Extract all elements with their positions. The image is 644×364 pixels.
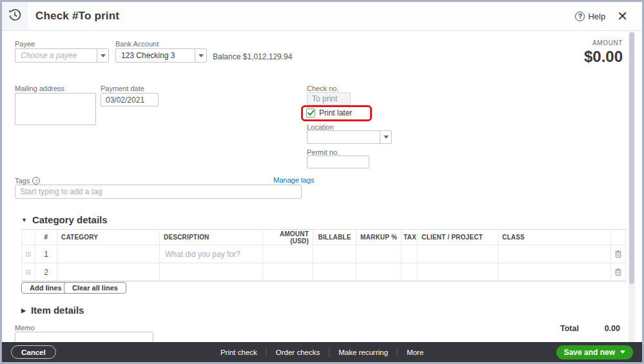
category-details-title: Category details: [32, 214, 108, 225]
description-input[interactable]: [164, 249, 259, 259]
category-details-table: # CATEGORY DESCRIPTION AMOUNT (USD) BILL…: [21, 229, 626, 281]
table-row: 1: [21, 245, 626, 263]
amount-label: AMOUNT: [584, 39, 623, 46]
manage-tags-link[interactable]: Manage tags: [273, 176, 315, 184]
col-tax: TAX: [402, 230, 418, 245]
row-number: 1: [35, 245, 57, 263]
col-billable: BILLABLE: [313, 230, 356, 245]
order-checks-button[interactable]: Order checks: [276, 349, 320, 356]
payee-value[interactable]: Choose a payee: [15, 48, 97, 63]
close-icon[interactable]: ✕: [617, 10, 628, 23]
tax-cell[interactable]: [402, 245, 418, 263]
amount-value: $0.00: [584, 48, 623, 66]
question-circle-icon: ?: [575, 12, 585, 21]
mailing-address-field[interactable]: [15, 93, 96, 125]
help-button[interactable]: ? Help: [575, 12, 605, 21]
chevron-down-icon: [620, 350, 625, 354]
mailing-address-label: Mailing address: [15, 85, 64, 92]
scrollbar[interactable]: [629, 30, 635, 342]
client-project-cell[interactable]: [418, 245, 498, 263]
col-class: CLASS: [498, 230, 611, 245]
page-title: Check #To print: [35, 10, 119, 23]
table-row: 2: [21, 263, 626, 281]
footer-divider: [397, 347, 398, 358]
payee-dropdown-button[interactable]: [97, 48, 109, 63]
drag-handle[interactable]: [21, 245, 35, 263]
location-value[interactable]: [307, 130, 380, 144]
billable-cell[interactable]: [313, 263, 356, 281]
col-amount: AMOUNT (USD): [263, 230, 313, 245]
tags-label: Tags: [15, 177, 30, 185]
location-dropdown-button[interactable]: [380, 130, 392, 144]
make-recurring-button[interactable]: Make recurring: [338, 349, 388, 356]
tags-input[interactable]: [15, 185, 302, 199]
client-project-cell[interactable]: [418, 263, 498, 281]
description-cell[interactable]: [160, 245, 263, 263]
chevron-down-icon: [199, 54, 204, 57]
check-modal: Check #To print ? Help ✕ Payee Choose a …: [0, 0, 644, 364]
recent-transactions-button[interactable]: [2, 2, 28, 30]
footer-divider: [329, 347, 329, 358]
markup-cell[interactable]: [356, 245, 402, 263]
table-header-row: # CATEGORY DESCRIPTION AMOUNT (USD) BILL…: [21, 230, 626, 245]
check-no-label: Check no.: [307, 85, 339, 92]
clear-all-lines-button[interactable]: Clear all lines: [64, 282, 126, 294]
col-number: #: [35, 230, 57, 245]
category-details-toggle[interactable]: ▼ Category details: [21, 214, 108, 225]
class-cell[interactable]: [498, 263, 611, 281]
help-label: Help: [588, 12, 605, 21]
add-lines-button[interactable]: Add lines: [21, 282, 70, 294]
category-cell[interactable]: [57, 263, 160, 281]
print-later-checkbox[interactable]: [306, 108, 315, 117]
billable-cell[interactable]: [313, 245, 356, 263]
check-no-field: [307, 92, 351, 105]
drag-handle-icon: [26, 251, 31, 258]
permit-no-field[interactable]: [307, 156, 369, 168]
chevron-down-icon: [384, 136, 389, 139]
bank-account-value[interactable]: 123 Checking 3: [115, 48, 195, 63]
footer-divider: [266, 347, 267, 358]
tags-label-row: Tags ?: [15, 177, 40, 185]
item-details-toggle[interactable]: ▶ Item details: [21, 305, 84, 316]
delete-row-button[interactable]: [611, 245, 626, 263]
triangle-down-icon: ▼: [21, 217, 27, 223]
save-and-new-button[interactable]: Save and new: [556, 345, 633, 359]
payee-dropdown[interactable]: Choose a payee: [15, 48, 109, 63]
more-button[interactable]: More: [407, 349, 424, 356]
amount-block: AMOUNT $0.00: [584, 39, 623, 66]
print-later-label[interactable]: Print later: [319, 108, 352, 117]
tax-cell[interactable]: [402, 263, 418, 281]
bank-account-label: Bank Account: [115, 40, 159, 48]
category-cell[interactable]: [57, 245, 160, 263]
memo-label: Memo: [15, 324, 35, 332]
col-description: DESCRIPTION: [160, 230, 263, 245]
delete-row-button[interactable]: [611, 263, 626, 281]
save-and-new-label: Save and new: [564, 348, 615, 357]
markup-cell[interactable]: [356, 263, 402, 281]
tags-help-icon[interactable]: ?: [32, 177, 40, 185]
payment-date-field[interactable]: [101, 93, 159, 106]
description-input[interactable]: [164, 267, 259, 278]
class-cell[interactable]: [498, 245, 611, 263]
bank-account-dropdown[interactable]: 123 Checking 3: [115, 48, 207, 63]
trash-icon: [615, 250, 621, 258]
amount-cell[interactable]: [263, 245, 313, 263]
row-number: 2: [35, 263, 57, 281]
balance-label: Balance: [213, 52, 240, 61]
print-check-button[interactable]: Print check: [220, 349, 257, 356]
scrollbar-thumb[interactable]: [629, 32, 634, 284]
trash-icon: [615, 268, 621, 276]
modal-header: Check #To print ? Help ✕: [2, 2, 642, 31]
cancel-button[interactable]: Cancel: [11, 345, 56, 359]
item-details-title: Item details: [31, 305, 84, 316]
bank-account-dropdown-button[interactable]: [195, 48, 207, 63]
col-client-project: CLIENT / PROJECT: [418, 230, 498, 245]
balance-value: $1,012,129.94: [243, 52, 293, 61]
description-cell[interactable]: [160, 263, 263, 281]
col-markup: MARKUP %: [356, 230, 402, 245]
location-dropdown[interactable]: [307, 130, 392, 144]
amount-cell[interactable]: [263, 263, 313, 281]
drag-handle[interactable]: [21, 263, 35, 281]
drag-column-header: [21, 230, 35, 245]
drag-handle-icon: [26, 269, 31, 276]
